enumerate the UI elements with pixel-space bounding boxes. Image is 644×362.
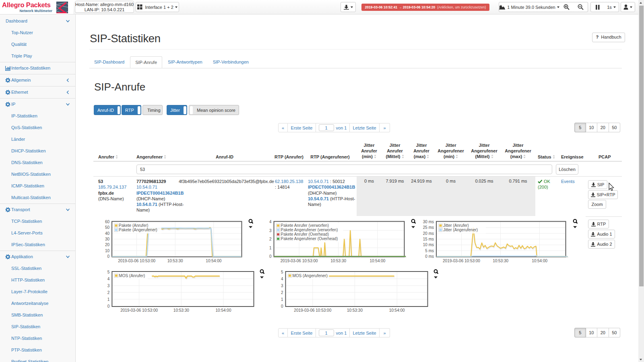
svg-text:Jitter (Anrufer): Jitter (Anrufer) (443, 223, 469, 228)
svg-text:2019-03-06 10:53:00: 2019-03-06 10:53:00 (443, 259, 480, 263)
svg-text:10:54:00: 10:54:00 (206, 259, 221, 263)
svg-text:15 ms: 15 ms (423, 237, 434, 241)
svg-text:10:53:30: 10:53:30 (173, 308, 189, 313)
svg-text:4: 4 (281, 277, 283, 281)
svg-text:1: 1 (107, 297, 110, 302)
svg-text:1: 1 (281, 297, 283, 302)
svg-text:5: 5 (281, 270, 283, 274)
svg-text:10:54:00: 10:54:00 (532, 259, 547, 263)
svg-text:5: 5 (107, 270, 110, 274)
svg-text:10:54:00: 10:54:00 (216, 308, 231, 313)
svg-text:10 ms: 10 ms (423, 243, 434, 247)
svg-text:10:53:30: 10:53:30 (493, 259, 508, 263)
svg-text:MOS (Angerufener): MOS (Angerufener) (293, 274, 328, 278)
svg-text:20: 20 (105, 243, 110, 247)
svg-text:0 ms: 0 ms (425, 254, 434, 259)
svg-text:10:53:30: 10:53:30 (330, 259, 346, 263)
svg-text:4: 4 (107, 277, 110, 281)
svg-text:0: 0 (281, 304, 283, 309)
svg-text:0: 0 (107, 254, 109, 259)
svg-text:25 ms: 25 ms (423, 225, 434, 230)
svg-text:20 ms: 20 ms (423, 231, 434, 236)
svg-text:3: 3 (107, 284, 110, 288)
svg-text:10:54:00: 10:54:00 (389, 308, 405, 313)
svg-text:2: 2 (269, 237, 272, 241)
svg-text:Pakete Angerufener (verworfen): Pakete Angerufener (verworfen) (281, 228, 338, 232)
svg-text:50: 50 (105, 225, 110, 230)
svg-text:Pakete (Angerufener): Pakete (Angerufener) (119, 228, 157, 232)
svg-text:Jitter (Angerufener): Jitter (Angerufener) (443, 228, 478, 232)
svg-text:Pakete (Anrufer): Pakete (Anrufer) (119, 223, 148, 228)
svg-text:Pakete Anrufer (Overhead): Pakete Anrufer (Overhead) (281, 232, 329, 237)
svg-text:0: 0 (107, 304, 110, 309)
svg-text:5 ms: 5 ms (425, 249, 434, 253)
svg-text:3: 3 (269, 228, 272, 233)
svg-text:2019-03-06 10:53:00: 2019-03-06 10:53:00 (118, 259, 155, 263)
svg-text:30 ms: 30 ms (423, 220, 434, 224)
svg-text:0: 0 (269, 254, 272, 259)
svg-text:Pakete Angerufener (Overhead): Pakete Angerufener (Overhead) (281, 237, 338, 241)
svg-text:4: 4 (269, 220, 272, 224)
svg-text:10:53:30: 10:53:30 (167, 259, 183, 263)
svg-text:10:53:30: 10:53:30 (347, 308, 363, 313)
svg-text:2: 2 (281, 290, 283, 295)
svg-text:3: 3 (281, 284, 283, 288)
svg-text:2019-03-06 10:53:00: 2019-03-06 10:53:00 (120, 308, 158, 313)
svg-text:1: 1 (269, 246, 272, 250)
svg-text:60: 60 (105, 220, 110, 224)
svg-text:10: 10 (105, 249, 110, 253)
svg-text:2019-03-06 10:53:00: 2019-03-06 10:53:00 (294, 308, 331, 313)
svg-text:Pakete Anrufer (verworfen): Pakete Anrufer (verworfen) (281, 223, 329, 228)
svg-text:2019-03-06 10:53:00: 2019-03-06 10:53:00 (281, 259, 318, 263)
svg-text:2: 2 (107, 290, 110, 295)
svg-text:MOS (Anrufer): MOS (Anrufer) (119, 274, 145, 278)
svg-text:10:54:00: 10:54:00 (369, 259, 385, 263)
svg-text:40: 40 (105, 231, 110, 236)
svg-text:30: 30 (105, 237, 110, 241)
